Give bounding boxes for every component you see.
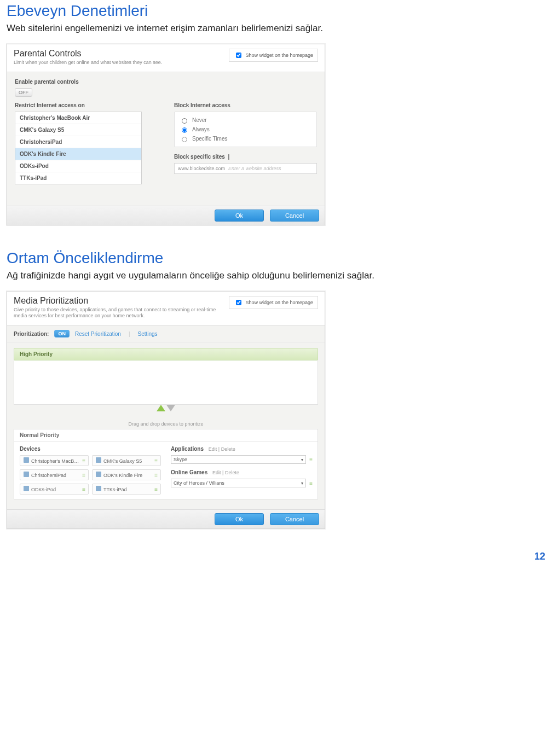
drag-handle-icon[interactable]: ≡: [82, 486, 85, 492]
apps-edit-delete[interactable]: Edit | Delete: [209, 446, 235, 452]
chevron-down-icon: ▾: [301, 481, 303, 486]
list-item-selected[interactable]: ODK's Kindle Fire: [15, 148, 141, 160]
device-pill[interactable]: TTKs-iPad≡: [92, 484, 161, 495]
panel2-footer: Ok Cancel: [7, 509, 325, 528]
list-item[interactable]: CMK's Galaxy S5: [15, 124, 141, 136]
device-pill[interactable]: ODKs-iPod≡: [20, 484, 89, 495]
section2-desc: Ağ trafiğinizde hangi aygıt ve uygulamal…: [7, 270, 547, 281]
list-item[interactable]: TTKs-iPad: [15, 172, 141, 184]
show-widget-checkbox-2[interactable]: Show widget on the homepage: [229, 296, 318, 309]
device-pill[interactable]: CMK's Galaxy S5≡: [92, 455, 161, 466]
section2-title: Ortam Önceliklendirme: [7, 249, 547, 267]
section1-title: Ebeveyn Denetimleri: [7, 2, 547, 20]
site-hint: Enter a website address: [228, 166, 281, 171]
drag-handle-icon[interactable]: ≡: [154, 472, 157, 478]
drag-handle-icon[interactable]: ≡: [82, 472, 85, 478]
drag-handle-icon[interactable]: ≡: [82, 458, 85, 464]
normal-priority-header: Normal Priority: [14, 429, 318, 441]
enable-label: Enable parental controls: [15, 79, 317, 85]
widget-checkbox-input-2[interactable]: [236, 300, 241, 305]
site-value: www.blockedsite.com: [178, 166, 225, 171]
page-number: 12: [7, 551, 545, 562]
radio-never[interactable]: Never: [179, 115, 312, 125]
arrow-up-icon: [157, 405, 165, 411]
reset-link[interactable]: Reset Prioritization: [75, 331, 121, 337]
drag-handle-icon[interactable]: ≡: [154, 458, 157, 464]
radio-always[interactable]: Always: [179, 125, 312, 134]
device-pill[interactable]: ChristohersiPad≡: [20, 469, 89, 480]
ok-button[interactable]: Ok: [215, 513, 264, 525]
parental-controls-panel: ✕ Parental Controls Limit when your chil…: [7, 44, 325, 225]
device-pill[interactable]: Christopher's MacB…≡: [20, 455, 89, 466]
games-edit-delete[interactable]: Edit | Delete: [212, 470, 239, 475]
prioritization-toggle[interactable]: ON: [54, 330, 70, 338]
games-label: Online Games Edit | Delete: [171, 469, 312, 475]
app-select[interactable]: Skype ▾: [171, 455, 306, 464]
panel1-sub: Limit when your children get online and …: [14, 60, 222, 66]
widget-checkbox-input[interactable]: [236, 53, 241, 58]
widget-checkbox-label-2: Show widget on the homepage: [245, 300, 313, 305]
block-sites-label: Block specific sites |: [174, 154, 317, 160]
drag-handle-icon[interactable]: ≡: [309, 480, 312, 486]
radio-specific[interactable]: Specific Times: [179, 134, 312, 143]
section1-desc: Web sitelerini engellemenizi ve internet…: [7, 23, 547, 34]
high-priority-dropzone[interactable]: [14, 360, 318, 405]
devices-label: Devices: [20, 446, 161, 452]
settings-link[interactable]: Settings: [137, 331, 157, 337]
drag-handle-icon[interactable]: ≡: [154, 486, 157, 492]
panel1-footer: Ok Cancel: [7, 206, 325, 225]
drag-arrows-icon: [14, 405, 318, 411]
prioritization-label: Prioritization:: [14, 331, 49, 337]
list-item[interactable]: Christopher's MacBook Air: [15, 112, 141, 124]
restrict-label: Restrict Internet access on: [15, 102, 158, 108]
media-prioritization-panel: ✕ Media Prioritization Give priority to …: [7, 291, 325, 529]
widget-checkbox-label: Show widget on the homepage: [245, 53, 313, 58]
cancel-button[interactable]: Cancel: [270, 210, 319, 222]
applications-label: Applications Edit | Delete: [171, 446, 312, 452]
devices-grid: Christopher's MacB…≡ CMK's Galaxy S5≡ Ch…: [20, 455, 161, 495]
device-list[interactable]: Christopher's MacBook Air CMK's Galaxy S…: [15, 112, 142, 184]
normal-priority-block: Devices Christopher's MacB…≡ CMK's Galax…: [14, 441, 318, 499]
arrow-down-icon: [166, 405, 175, 411]
drag-handle-icon[interactable]: ≡: [309, 457, 312, 463]
game-select[interactable]: City of Heroes / Villians ▾: [171, 479, 306, 487]
block-radio-group: Never Always Specific Times: [174, 112, 317, 147]
block-label: Block Internet access: [174, 102, 317, 108]
high-priority-header: High Priority: [14, 348, 318, 360]
enable-toggle[interactable]: OFF: [15, 88, 32, 97]
show-widget-checkbox[interactable]: Show widget on the homepage: [229, 49, 318, 62]
list-item[interactable]: ODKs-iPod: [15, 160, 141, 172]
prioritization-bar: Prioritization: ON Reset Prioritization …: [7, 325, 325, 342]
blocked-site-input[interactable]: www.blockedsite.com Enter a website addr…: [174, 163, 317, 174]
chevron-down-icon: ▾: [301, 457, 303, 462]
panel2-sub: Give priority to those devices, applicat…: [14, 307, 222, 319]
cancel-button[interactable]: Cancel: [270, 513, 319, 525]
device-pill[interactable]: ODK's Kindle Fire≡: [92, 469, 161, 480]
ok-button[interactable]: Ok: [215, 210, 264, 222]
list-item[interactable]: ChristohersiPad: [15, 136, 141, 148]
drag-hint: Drag and drop devices to prioritize: [14, 414, 318, 429]
